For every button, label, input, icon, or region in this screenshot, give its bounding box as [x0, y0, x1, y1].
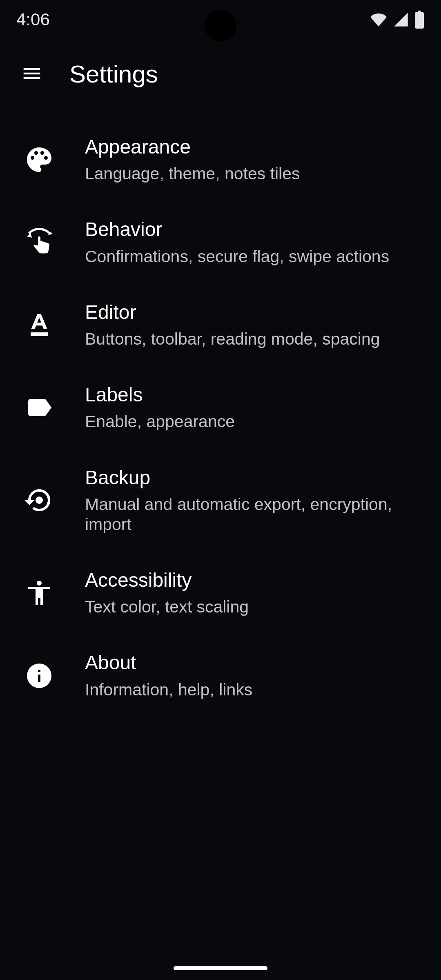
hamburger-icon [21, 62, 43, 86]
setting-title: Labels [85, 383, 235, 406]
settings-item-appearance[interactable]: Appearance Language, theme, notes tiles [0, 118, 441, 201]
touch-rotate-icon [23, 226, 56, 259]
setting-title: Accessibility [85, 569, 249, 591]
setting-title: Editor [85, 301, 380, 323]
app-bar: Settings [0, 39, 441, 109]
info-icon [23, 659, 56, 692]
setting-subtitle: Enable, appearance [85, 412, 235, 432]
palette-icon [23, 143, 56, 176]
text-format-icon [23, 309, 56, 341]
setting-subtitle: Confirmations, secure flag, swipe action… [85, 247, 389, 267]
settings-item-backup[interactable]: Backup Manual and automatic export, encr… [0, 449, 441, 552]
page-title: Settings [69, 60, 158, 88]
setting-title: Backup [85, 466, 418, 489]
setting-title: About [85, 651, 252, 674]
navigation-handle[interactable] [174, 966, 267, 970]
settings-list: Appearance Language, theme, notes tiles … [0, 109, 441, 717]
battery-icon [414, 11, 425, 29]
cellular-icon [393, 11, 409, 28]
settings-item-editor[interactable]: Editor Buttons, toolbar, reading mode, s… [0, 284, 441, 366]
setting-subtitle: Language, theme, notes tiles [85, 164, 300, 184]
settings-item-labels[interactable]: Labels Enable, appearance [0, 366, 441, 449]
status-icons [369, 11, 425, 29]
camera-cutout [205, 10, 236, 42]
setting-title: Appearance [85, 136, 300, 158]
settings-item-accessibility[interactable]: Accessibility Text color, text scaling [0, 552, 441, 634]
status-time: 4:06 [16, 10, 50, 29]
setting-subtitle: Manual and automatic export, encryption,… [85, 494, 418, 535]
menu-button[interactable] [11, 53, 52, 94]
wifi-icon [369, 11, 388, 28]
accessibility-icon [23, 577, 56, 609]
setting-subtitle: Information, help, links [85, 680, 252, 700]
settings-item-behavior[interactable]: Behavior Confirmations, secure flag, swi… [0, 201, 441, 283]
setting-subtitle: Text color, text scaling [85, 597, 249, 617]
setting-subtitle: Buttons, toolbar, reading mode, spacing [85, 329, 380, 349]
label-icon [23, 391, 56, 424]
backup-restore-icon [23, 484, 56, 517]
setting-title: Behavior [85, 218, 389, 241]
settings-item-about[interactable]: About Information, help, links [0, 634, 441, 717]
